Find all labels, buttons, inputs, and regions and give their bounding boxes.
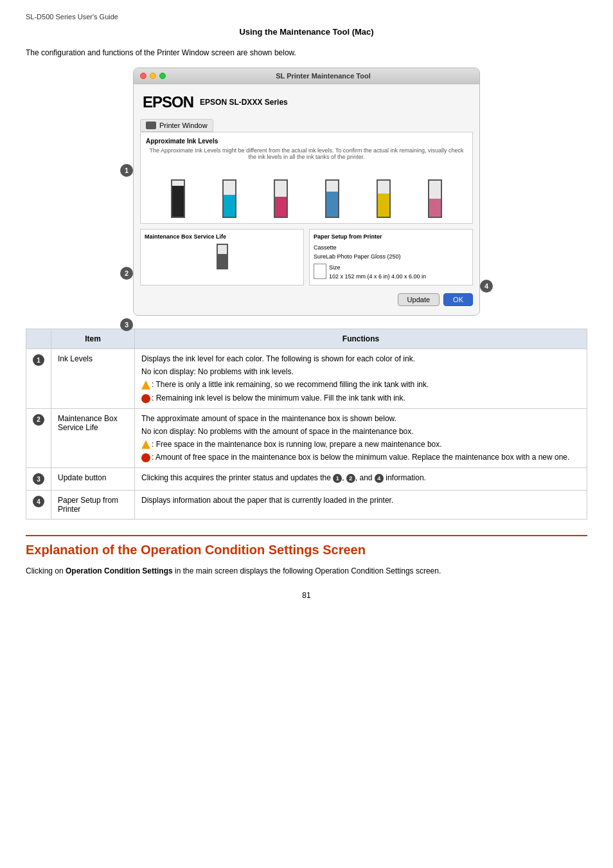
ink-tank-pink (428, 179, 442, 218)
item-ink-levels: Ink Levels (51, 349, 135, 409)
mac-dots (140, 73, 166, 79)
badge-2: 2 (33, 414, 44, 426)
page-title: Using the Maintenance Tool (Mac) (26, 27, 587, 37)
paper-icon (314, 264, 326, 279)
paper-size-value: 102 x 152 mm (4 x 6 in) 4.00 x 6.00 in (329, 273, 426, 282)
ink-section-title: Approximate Ink Levels (146, 138, 467, 145)
functions-update: Clicking this acquires the printer statu… (135, 468, 587, 491)
paper-type: SureLab Photo Paper Gloss (250) (314, 253, 468, 262)
side-number-4: 4 (480, 280, 493, 293)
ink-notice: The Approximate Ink Levels might be diff… (146, 147, 467, 160)
dot-yellow[interactable] (150, 73, 156, 79)
window-content: EPSON EPSON SL-DXXX Series Printer Windo… (134, 84, 479, 315)
row-num-3: 3 (26, 468, 51, 491)
printer-window-tab[interactable]: Printer Window (140, 119, 213, 132)
side-number-2: 2 (120, 267, 133, 280)
ink-tank-yellow (377, 179, 391, 218)
section-body-bold: Operation Condition Settings (66, 566, 173, 575)
table-header-functions: Functions (135, 329, 587, 349)
functions-maintenance: The approximate amount of space in the m… (135, 408, 587, 468)
update-button[interactable]: Update (398, 293, 440, 306)
warning-icon-2 (141, 440, 150, 449)
ink-tank-cyan (222, 179, 236, 218)
bottom-panels: Maintenance Box Service Life Paper Setup… (140, 229, 473, 285)
ink-tank-black (171, 179, 185, 218)
section-body-part2: in the main screen displays the followin… (173, 566, 441, 575)
badge-3: 3 (33, 473, 44, 485)
ink-tanks (146, 167, 467, 218)
table-header-num (26, 329, 51, 349)
epson-header: EPSON EPSON SL-DXXX Series (140, 91, 473, 114)
functions-paper-setup: Displays information about the paper tha… (135, 491, 587, 520)
mac-window: SL Printer Maintenance Tool EPSON EPSON … (133, 68, 480, 316)
paper-info: Cassette SureLab Photo Paper Gloss (250)… (314, 244, 468, 281)
error-icon (141, 394, 150, 403)
table-header-item: Item (51, 329, 135, 349)
badge-1: 1 (33, 354, 44, 366)
printer-icon (146, 122, 156, 129)
ok-button[interactable]: OK (443, 293, 473, 306)
table-row: 4 Paper Setup from Printer Displays info… (26, 491, 587, 520)
ink-section: Approximate Ink Levels The Approximate I… (140, 132, 473, 224)
table-row: 2 Maintenance Box Service Life The appro… (26, 408, 587, 468)
ink-tank-cyan2 (325, 179, 339, 218)
section-body: Clicking on Operation Condition Settings… (26, 565, 587, 577)
paper-panel-title: Paper Setup from Printer (314, 233, 468, 240)
maintenance-panel-title: Maintenance Box Service Life (145, 233, 299, 240)
epson-model: EPSON SL-DXXX Series (200, 98, 288, 107)
row-num-2: 2 (26, 408, 51, 468)
window-title: SL Printer Maintenance Tool (173, 72, 473, 80)
window-footer: Update OK (140, 291, 473, 309)
badge-4: 4 (33, 496, 44, 507)
mac-titlebar: SL Printer Maintenance Tool (134, 68, 479, 84)
ink-tank-magenta (274, 179, 288, 218)
table-row: 3 Update button Clicking this acquires t… (26, 468, 587, 491)
mockup-wrapper: 1 2 3 4 SL Printer Maintenance Tool EPSO… (120, 68, 493, 316)
table-row: 1 Ink Levels Displays the ink level for … (26, 349, 587, 409)
paper-size-label: Size (329, 264, 426, 273)
item-maintenance: Maintenance Box Service Life (51, 408, 135, 468)
functions-table: Item Functions 1 Ink Levels Displays the… (26, 329, 587, 520)
side-number-1: 1 (120, 164, 133, 177)
page-number: 81 (26, 591, 587, 600)
epson-logo: EPSON (143, 93, 193, 111)
intro-text: The configuration and functions of the P… (26, 48, 587, 57)
error-icon-2 (141, 453, 150, 462)
paper-cassette: Cassette (314, 244, 468, 253)
ref-badge-2: 2 (346, 474, 355, 483)
breadcrumb: SL-D500 Series User's Guide (26, 13, 587, 21)
item-update: Update button (51, 468, 135, 491)
dot-red[interactable] (140, 73, 147, 79)
section-heading: Explanation of the Operation Condition S… (26, 543, 587, 557)
row-num-4: 4 (26, 491, 51, 520)
functions-ink-levels: Displays the ink level for each color. T… (135, 349, 587, 409)
maintenance-panel: Maintenance Box Service Life (140, 229, 304, 285)
side-number-3: 3 (120, 318, 133, 331)
maintenance-tank (217, 244, 228, 269)
ref-badge-1: 1 (333, 474, 342, 483)
printer-window-label: Printer Window (159, 122, 208, 129)
row-num-1: 1 (26, 349, 51, 409)
warning-icon (141, 381, 150, 390)
section-divider (26, 535, 587, 536)
dot-green[interactable] (159, 73, 166, 79)
ref-badge-4: 4 (375, 474, 384, 483)
paper-panel: Paper Setup from Printer Cassette SureLa… (309, 229, 473, 285)
section-body-part1: Clicking on (26, 566, 66, 575)
item-paper-setup: Paper Setup from Printer (51, 491, 135, 520)
